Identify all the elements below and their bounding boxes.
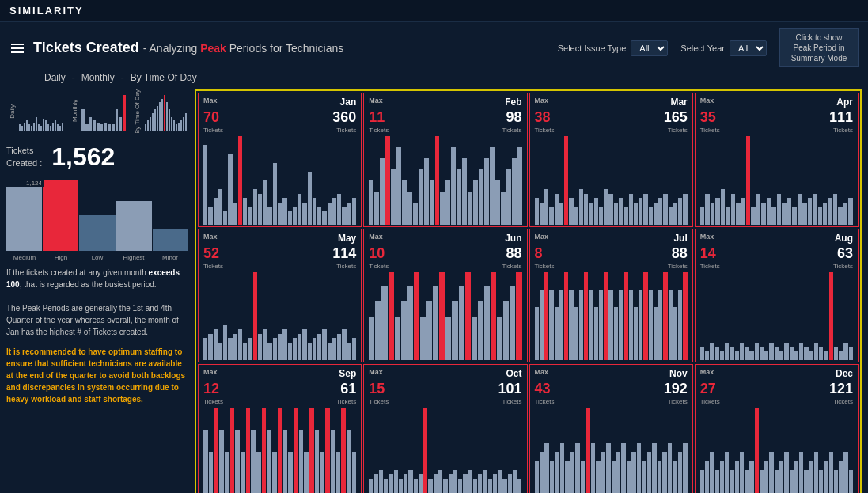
month-bar	[544, 189, 548, 225]
month-bar	[394, 470, 398, 494]
top-mini-bar	[31, 126, 32, 131]
issue-type-select[interactable]: All	[631, 40, 668, 56]
month-bar	[506, 169, 511, 225]
month-bar-chart	[369, 272, 521, 361]
month-bar	[317, 207, 321, 224]
top-mini-bar	[104, 123, 107, 132]
subnav-monthly[interactable]: Monthly	[81, 72, 115, 83]
month-bar	[639, 198, 642, 224]
month-bar	[790, 470, 794, 494]
month-bar	[721, 189, 725, 225]
month-bar	[720, 461, 724, 493]
month-bar	[262, 408, 267, 493]
peak-summary-button[interactable]: Click to show Peak Period in Summary Mod…	[779, 28, 859, 67]
month-bar	[790, 347, 794, 361]
top-mini-bar	[85, 124, 89, 131]
month-bar	[594, 198, 598, 224]
main-content: DailyMonthlyBy Time Of Day TicketsCreate…	[0, 86, 868, 493]
month-total-value: 63	[837, 245, 853, 262]
month-bar	[502, 479, 506, 493]
month-bar	[380, 158, 385, 225]
month-bar	[322, 329, 326, 360]
month-bar	[516, 272, 521, 361]
top-mini-bar	[123, 95, 126, 131]
month-bar	[769, 452, 773, 493]
top-mini-bar	[164, 95, 165, 131]
month-bar	[352, 452, 357, 493]
month-bar	[616, 452, 620, 493]
tickets-label-left: Tickets	[203, 127, 223, 134]
month-bar	[293, 207, 297, 224]
top-mini-bar	[36, 117, 37, 131]
month-bar	[755, 343, 759, 360]
top-mini-bar	[45, 120, 47, 131]
monthly-grid: MaxJan70360TicketsTicketsMaxFeb1198Ticke…	[198, 93, 859, 493]
month-bar	[749, 461, 753, 493]
month-bar	[413, 203, 418, 225]
month-max-value: 10	[369, 245, 385, 262]
month-total-value: 88	[506, 245, 521, 262]
tickets-label-left: Tickets	[369, 127, 389, 134]
month-bar	[493, 474, 497, 493]
month-bar-chart	[203, 408, 356, 493]
top-mini-bar	[24, 123, 25, 132]
top-mini-bar	[93, 120, 96, 131]
month-bar	[627, 461, 631, 493]
month-bar	[591, 443, 595, 493]
left-panel: DailyMonthlyBy Time Of Day TicketsCreate…	[6, 89, 188, 493]
month-bar	[540, 290, 544, 360]
month-bar	[517, 147, 522, 225]
top-mini-bar	[100, 124, 104, 131]
recommendation: It is recommended to have optimum staffi…	[6, 343, 188, 405]
month-bar	[342, 329, 346, 360]
top-mini-bar	[154, 109, 156, 131]
month-bar	[304, 452, 309, 493]
top-mini-chart-monthly: Monthly	[69, 89, 125, 133]
month-bar	[604, 272, 608, 361]
tickets-label-right: Tickets	[502, 263, 521, 270]
subnav-bytime[interactable]: By Time Of Day	[131, 72, 197, 83]
month-max-value: 12	[203, 381, 219, 397]
month-bar	[642, 461, 646, 493]
hamburger-menu[interactable]	[9, 42, 25, 55]
month-bar	[218, 343, 222, 360]
top-mini-bar	[171, 117, 172, 131]
tickets-label-right: Tickets	[502, 127, 521, 134]
month-bar	[649, 207, 653, 224]
month-bar	[761, 203, 765, 225]
month-bar	[517, 479, 521, 493]
top-mini-bar	[33, 123, 35, 132]
month-max-label: Max	[535, 233, 549, 241]
month-bar	[273, 163, 277, 225]
month-bar	[497, 317, 502, 361]
tickets-label-right: Tickets	[833, 127, 853, 134]
month-bar	[839, 351, 843, 360]
year-select[interactable]: All	[730, 40, 767, 56]
month-bar	[336, 452, 341, 493]
month-bar	[228, 338, 232, 360]
top-mini-bar	[161, 99, 163, 131]
month-bar	[331, 430, 335, 493]
month-bar	[669, 290, 673, 360]
month-bar	[337, 194, 341, 225]
month-bar	[584, 272, 588, 361]
top-mini-bar	[157, 106, 158, 131]
month-max-value: 8	[535, 245, 543, 262]
month-bar	[503, 301, 509, 360]
month-bar	[293, 338, 297, 360]
month-bar	[819, 470, 823, 494]
month-bar	[649, 290, 653, 360]
top-mini-bar	[19, 124, 21, 131]
month-bar	[407, 192, 412, 225]
month-bar	[282, 329, 286, 360]
subnav-daily[interactable]: Daily	[44, 72, 66, 83]
month-card-may: MaxMay52114TicketsTickets	[198, 229, 362, 363]
month-bar	[818, 207, 822, 224]
month-bar	[283, 430, 288, 493]
month-bar-chart	[203, 136, 356, 225]
month-bar	[439, 272, 445, 361]
description-1: If the tickets created at any given mont…	[6, 264, 188, 338]
month-bar	[246, 408, 251, 493]
month-bar	[379, 470, 383, 494]
month-bar	[559, 290, 563, 360]
